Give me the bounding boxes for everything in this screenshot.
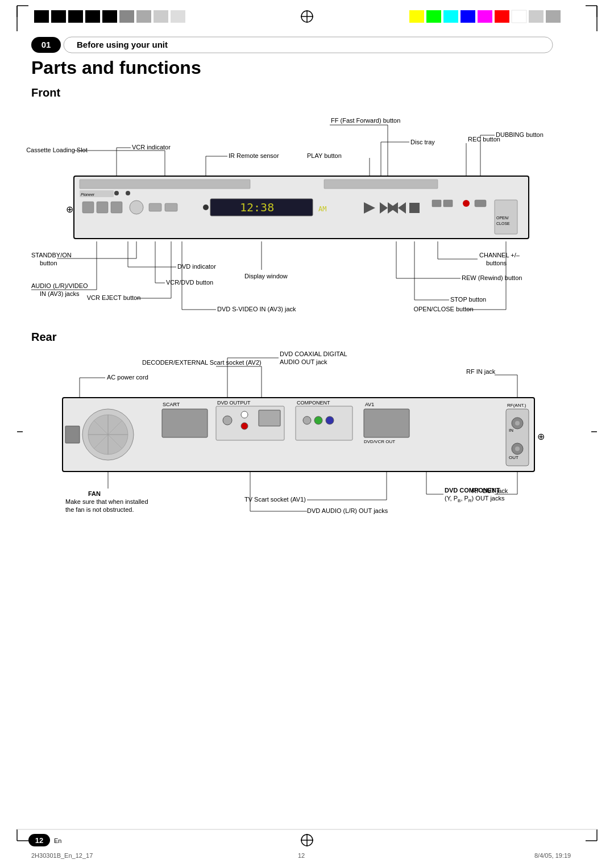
svg-point-160 <box>515 446 520 451</box>
svg-point-45 <box>126 191 130 195</box>
svg-text:IN (AV3) jacks: IN (AV3) jacks <box>40 290 80 297</box>
svg-text:COMPONENT: COMPONENT <box>297 400 330 406</box>
svg-rect-21 <box>512 10 526 23</box>
svg-text:Disc tray: Disc tray <box>410 139 435 145</box>
svg-text:Cassette Loading Slot: Cassette Loading Slot <box>26 147 88 153</box>
svg-text:VCR EJECT button: VCR EJECT button <box>87 294 141 301</box>
svg-text:VCR indicator: VCR indicator <box>132 144 171 151</box>
svg-text:Before using your unit: Before using your unit <box>77 40 168 49</box>
svg-text:RF IN jack: RF IN jack <box>466 368 496 375</box>
svg-rect-20 <box>495 10 509 23</box>
svg-text:Parts and functions: Parts and functions <box>31 57 201 78</box>
svg-text:DVD S-VIDEO IN (AV3) jack: DVD S-VIDEO IN (AV3) jack <box>217 306 296 312</box>
svg-text:RF OUT jack: RF OUT jack <box>472 487 508 494</box>
svg-text:⊕: ⊕ <box>537 432 545 441</box>
svg-text:STANDBY/ON: STANDBY/ON <box>31 252 72 258</box>
svg-rect-5 <box>68 10 83 23</box>
svg-text:AUDIO (L/R)/VIDEO: AUDIO (L/R)/VIDEO <box>31 282 88 289</box>
svg-text:Make sure that when installed: Make sure that when installed <box>65 498 148 505</box>
svg-text:IR Remote sensor: IR Remote sensor <box>229 152 279 159</box>
svg-text:VCR/DVD button: VCR/DVD button <box>166 279 213 286</box>
svg-rect-4 <box>51 10 66 23</box>
svg-text:Rear: Rear <box>31 331 57 343</box>
svg-text:SCART: SCART <box>163 402 180 407</box>
svg-point-142 <box>223 416 232 425</box>
svg-rect-46 <box>82 202 94 213</box>
svg-text:DUBBING button: DUBBING button <box>496 131 544 138</box>
svg-rect-3 <box>34 10 49 23</box>
svg-text:2H30301B_En_12_17: 2H30301B_En_12_17 <box>31 852 93 859</box>
svg-rect-22 <box>529 10 544 23</box>
svg-text:01: 01 <box>42 40 51 49</box>
svg-text:CHANNEL +/–: CHANNEL +/– <box>479 252 520 258</box>
svg-text:TV Scart socket (AV1): TV Scart socket (AV1) <box>244 496 306 503</box>
svg-text:12: 12 <box>298 852 305 859</box>
svg-point-44 <box>114 191 119 195</box>
svg-rect-15 <box>409 10 424 23</box>
svg-rect-47 <box>97 202 108 213</box>
svg-rect-63 <box>432 200 441 207</box>
svg-text:AC power cord: AC power cord <box>107 374 148 381</box>
svg-text:Pioneer: Pioneer <box>81 193 95 197</box>
svg-rect-16 <box>426 10 441 23</box>
svg-text:12:38: 12:38 <box>240 201 274 214</box>
svg-point-143 <box>241 411 248 418</box>
svg-text:REW (Rewind) button: REW (Rewind) button <box>462 274 522 281</box>
svg-text:12: 12 <box>35 836 43 845</box>
svg-text:CLOSE: CLOSE <box>496 222 510 226</box>
svg-text:RF(ANT.): RF(ANT.) <box>507 403 526 408</box>
svg-text:AM: AM <box>318 205 326 213</box>
svg-rect-10 <box>154 10 168 23</box>
svg-rect-66 <box>475 200 486 207</box>
svg-rect-23 <box>546 10 561 23</box>
svg-text:FF (Fast Forward) button: FF (Fast Forward) button <box>331 117 400 124</box>
svg-rect-41 <box>80 180 250 189</box>
svg-text:STOP button: STOP button <box>450 296 486 303</box>
svg-rect-6 <box>85 10 100 23</box>
svg-text:OUT: OUT <box>509 455 518 460</box>
svg-rect-19 <box>478 10 492 23</box>
svg-rect-56 <box>324 180 438 189</box>
svg-text:the fan is not obstructed.: the fan is not obstructed. <box>65 506 134 513</box>
svg-text:OPEN/CLOSE button: OPEN/CLOSE button <box>413 306 473 312</box>
svg-text:DVD COAXIAL DIGITAL: DVD COAXIAL DIGITAL <box>280 350 347 357</box>
svg-rect-51 <box>165 203 177 211</box>
svg-text:DVD OUTPUT: DVD OUTPUT <box>217 400 251 406</box>
svg-text:DVD AUDIO (L/R) OUT jacks: DVD AUDIO (L/R) OUT jacks <box>307 507 388 514</box>
svg-text:AV1: AV1 <box>365 402 374 407</box>
svg-point-148 <box>303 416 311 424</box>
svg-point-49 <box>130 201 143 214</box>
svg-rect-18 <box>460 10 475 23</box>
svg-text:DVD indicator: DVD indicator <box>177 263 216 270</box>
svg-text:button: button <box>40 260 57 266</box>
svg-rect-138 <box>162 409 208 437</box>
svg-rect-62 <box>409 203 420 213</box>
svg-point-150 <box>326 416 334 424</box>
svg-rect-7 <box>102 10 117 23</box>
svg-text:Display window: Display window <box>244 273 288 279</box>
svg-rect-9 <box>136 10 151 23</box>
svg-point-144 <box>241 423 248 429</box>
svg-text:DVD/VCR OUT: DVD/VCR OUT <box>364 439 395 444</box>
svg-text:⊕: ⊕ <box>66 205 73 214</box>
svg-text:DECODER/EXTERNAL Scart socket : DECODER/EXTERNAL Scart socket (AV2) <box>142 359 262 366</box>
svg-rect-8 <box>119 10 134 23</box>
svg-point-65 <box>463 200 470 207</box>
svg-point-55 <box>203 205 209 210</box>
svg-rect-137 <box>65 426 80 443</box>
svg-text:En: En <box>54 837 61 844</box>
svg-point-157 <box>515 421 520 425</box>
svg-rect-64 <box>443 200 453 207</box>
svg-text:8/4/05, 19:19: 8/4/05, 19:19 <box>534 852 571 859</box>
svg-rect-151 <box>364 409 409 437</box>
svg-text:Front: Front <box>31 86 60 99</box>
svg-text:buttons: buttons <box>486 260 507 266</box>
svg-rect-11 <box>171 10 185 23</box>
svg-rect-50 <box>149 203 161 211</box>
svg-rect-17 <box>443 10 458 23</box>
svg-text:IN: IN <box>509 428 513 433</box>
svg-rect-48 <box>111 202 122 213</box>
svg-text:OPEN/: OPEN/ <box>496 216 509 220</box>
svg-point-149 <box>314 416 322 424</box>
svg-text:FAN: FAN <box>88 490 101 497</box>
